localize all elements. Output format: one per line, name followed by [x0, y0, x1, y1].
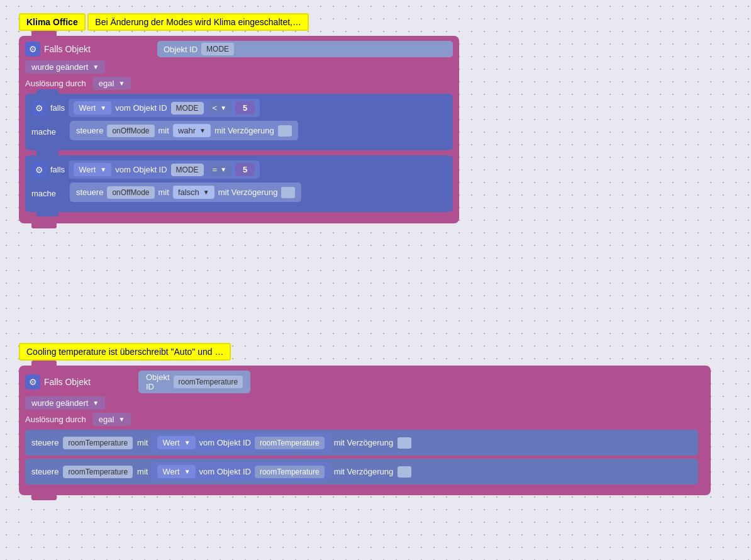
wert-pill2[interactable]: Wert ▼	[74, 163, 111, 176]
wurde-dropdown-arrow: ▼	[92, 64, 99, 70]
steuere2-expr: Wert ▼ vom Objekt ID roomTemperature	[152, 462, 329, 481]
op-chip2[interactable]: = ▼	[208, 163, 232, 176]
auslosung-row: Auslösung durch egal ▼	[25, 77, 453, 90]
number-chip1: 5	[235, 101, 255, 115]
inner-block-falls1: ⚙ falls Wert ▼ vom Objekt ID MODE < ▼	[25, 94, 453, 150]
description2: Cooling temperature ist überschreibt "Au…	[19, 343, 231, 361]
mode-chip2: MODE	[171, 164, 204, 176]
falsch-chip[interactable]: falsch ▼	[173, 186, 214, 199]
wurde-row: wurde geändert ▼	[25, 60, 453, 74]
condition-expr2: Wert ▼ vom Objekt ID MODE = ▼ 5	[69, 160, 260, 179]
main-block-1: ⚙ Falls Objekt Objekt ID MODE wurde geän…	[19, 36, 459, 223]
auslosung-pill2[interactable]: egal ▼	[92, 413, 131, 426]
wert-pill1[interactable]: Wert ▼	[74, 101, 111, 115]
mache1-label: mache	[31, 127, 66, 137]
wahr-chip[interactable]: wahr ▼	[173, 124, 211, 137]
mode-value: MODE	[201, 43, 234, 55]
steuere-full-row1: steuere roomTemperature mit Wert ▼ vom O…	[25, 430, 698, 456]
delay-box2	[281, 187, 295, 198]
vom-text2: vom Objekt ID	[115, 165, 167, 174]
steuere2-text: steuere	[76, 188, 103, 197]
section2: Cooling temperature ist überschreibt "Au…	[19, 343, 711, 495]
vom-text-s2: vom Objekt ID	[199, 467, 251, 476]
objekt-id-row2: Objekt ID roomTemperature	[138, 371, 250, 393]
falls1-label: falls	[50, 103, 65, 113]
falls-objekt-label: Falls Objekt	[44, 44, 91, 54]
mit1-text: mit	[159, 126, 169, 135]
steuere-full-row2: steuere roomTemperature mit Wert ▼ vom O…	[25, 459, 698, 484]
steuere2-block: steuere onOffMode mit falsch ▼ mit Verzö…	[70, 182, 301, 202]
mitverz-s1: mit Verzögerung	[334, 438, 394, 447]
auslosung-pill[interactable]: egal ▼	[92, 77, 131, 90]
delay-box1	[278, 125, 292, 137]
falls1-header-row: ⚙ falls Wert ▼ vom Objekt ID MODE < ▼	[31, 99, 447, 117]
main-block-2: ⚙ Falls Objekt Objekt ID roomTemperature…	[19, 366, 711, 495]
objekt-id-row: Objekt ID MODE	[157, 41, 453, 57]
mode-chip1: MODE	[171, 102, 204, 115]
mit-label-s1: mit	[137, 438, 148, 447]
steuere1-block: steuere onOffMode mit wahr ▼ mit Verzöge…	[70, 121, 298, 140]
title-label: Klima Office	[19, 13, 86, 31]
number-chip2: 5	[235, 163, 255, 176]
wurde-dropdown-arrow2: ▼	[92, 400, 99, 406]
mitverz2: mit Verzögerung	[218, 188, 278, 197]
wert-pill-s2[interactable]: Wert ▼	[157, 465, 195, 478]
vom-text-s1: vom Objekt ID	[199, 438, 251, 447]
op-chip1[interactable]: < ▼	[208, 101, 232, 115]
auslosung-dropdown-arrow2: ▼	[118, 416, 125, 423]
room-temp-var2: roomTemperature	[63, 466, 133, 478]
steuere1-expr: Wert ▼ vom Objekt ID roomTemperature	[152, 434, 329, 452]
falls2-header-row: ⚙ falls Wert ▼ vom Objekt ID MODE = ▼	[31, 160, 447, 179]
onoffmode2: onOffMode	[107, 186, 154, 199]
mitverz1: mit Verzögerung	[214, 126, 274, 135]
mache1-row: mache steuere onOffMode mit wahr ▼ mit V…	[31, 121, 447, 143]
gear-icon-falls1: ⚙	[31, 101, 47, 116]
wurde-pill[interactable]: wurde geändert ▼	[25, 60, 105, 74]
onoffmode1: onOffMode	[107, 125, 154, 137]
objekt-id-text: Objekt ID	[164, 45, 197, 54]
falls-objekt-label2: Falls Objekt	[44, 377, 91, 387]
steuere1-text: steuere	[76, 126, 103, 135]
falls2-label: falls	[50, 165, 65, 174]
auslosung-row2: Auslösung durch egal ▼	[25, 413, 704, 426]
auslosung-label: Auslösung durch	[25, 79, 86, 88]
mache2-row: mache steuere onOffMode mit falsch ▼ mit…	[31, 182, 447, 204]
auslosung-dropdown-arrow: ▼	[118, 80, 125, 87]
mitverz-s2: mit Verzögerung	[334, 467, 394, 476]
gear-icon-1: ⚙	[25, 42, 40, 57]
vom-text1: vom Objekt ID	[115, 103, 167, 113]
wert-pill-s1[interactable]: Wert ▼	[157, 436, 195, 449]
inner-block-falls2: ⚙ falls Wert ▼ vom Objekt ID MODE = ▼	[25, 155, 453, 212]
obj-val-s1: roomTemperature	[255, 437, 325, 449]
condition-expr1: Wert ▼ vom Objekt ID MODE < ▼ 5	[69, 99, 260, 117]
gear-icon-falls2: ⚙	[31, 162, 47, 177]
wurde-row2: wurde geändert ▼	[25, 396, 704, 410]
room-temp-value: roomTemperature	[174, 376, 243, 388]
mit-label-s2: mit	[137, 467, 148, 476]
room-temp-var1: roomTemperature	[63, 437, 133, 449]
objekt-id-text2: Objekt ID	[146, 372, 170, 391]
mit2-text: mit	[159, 188, 169, 197]
description1: Bei Änderung der Modes wird Klima einges…	[87, 13, 309, 31]
auslosung-label2: Auslösung durch	[25, 415, 86, 424]
falls-objekt-row2: ⚙ Falls Objekt Objekt ID roomTemperature	[25, 371, 704, 393]
wurde-pill2[interactable]: wurde geändert ▼	[25, 396, 105, 410]
delay-box-s2	[398, 466, 411, 478]
steuere-label-s1: steuere	[31, 438, 58, 447]
falls-objekt-row: ⚙ Falls Objekt Objekt ID MODE	[25, 41, 453, 57]
gear-icon-2: ⚙	[25, 374, 40, 389]
section1: Klima Office Bei Änderung der Modes wird…	[19, 9, 459, 223]
delay-box-s1	[398, 437, 411, 449]
steuere-label-s2: steuere	[31, 467, 58, 476]
obj-val-s2: roomTemperature	[255, 466, 325, 478]
mache2-label: mache	[31, 189, 66, 198]
